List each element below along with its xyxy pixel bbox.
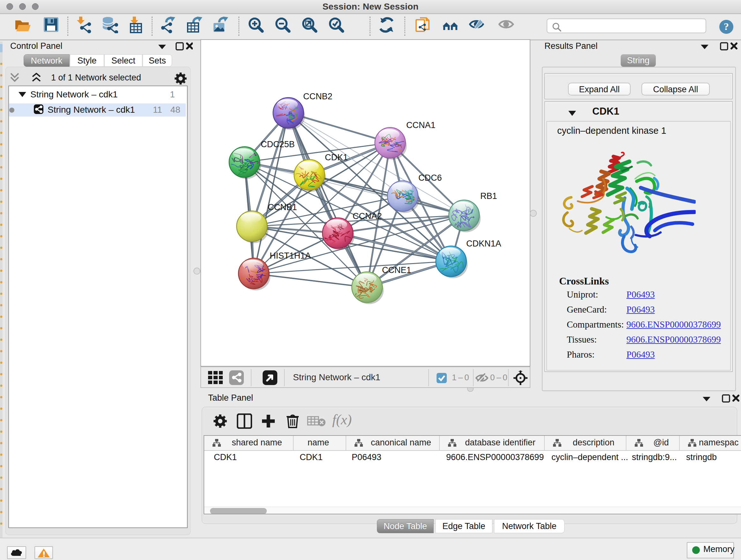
svg-text:CDKN1A: CDKN1A [466, 239, 501, 248]
svg-text:CCNE1: CCNE1 [382, 265, 411, 275]
svg-text:RB1: RB1 [480, 191, 497, 201]
svg-text:CDC25B: CDC25B [261, 139, 295, 149]
svg-text:CCNB1: CCNB1 [268, 202, 297, 212]
svg-text:CDC6: CDC6 [418, 173, 442, 183]
svg-text:CDK1: CDK1 [325, 152, 348, 162]
svg-text:?: ? [724, 21, 729, 32]
svg-text:CCNA2: CCNA2 [353, 211, 382, 221]
svg-text:CCNB2: CCNB2 [303, 91, 333, 101]
svg-text:CCNA1: CCNA1 [406, 120, 435, 130]
svg-text:HIST1H1A: HIST1H1A [270, 251, 311, 260]
